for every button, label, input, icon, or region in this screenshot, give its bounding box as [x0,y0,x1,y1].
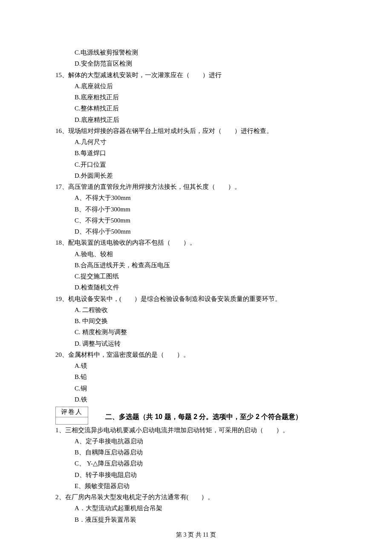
question-18-option-a: A.验电、较相 [75,249,337,260]
multi-question-1-option-a: A、定子串接电抗器启动 [75,436,337,447]
question-17: 17、高压管道的直管段允许用焊接方法接长，但其长度（ ）。 A、不得大于300m… [55,181,337,237]
multi-question-2: 2、在厂房内吊装大型发电机定子的方法通常有( ）。 A．大型流动式起重机组合吊架… [55,491,337,525]
page-container: C.电源线被剪报警检测 D.安全防范盲区检测 15、解体的大型减速机安装时，一次… [0,0,392,555]
multi-question-2-option-b: B．液压提升装置吊装 [75,514,337,525]
question-17-stem: 17、高压管道的直管段允许用焊接方法接长，但其长度（ ）。 [55,181,337,192]
question-18-option-c: C.提交施工图纸 [75,271,337,282]
question-18: 18、配电装置的送电验收的内容不包括（ ）。 A.验电、较相 B.合高压进线开关… [55,237,337,293]
grader-label: 评卷人 [56,407,88,417]
question-20: 20、金属材料中，室温密度最低的是（ ）。 A.镁 B.铅 C.铜 D.铁 [55,349,337,405]
multi-question-1-option-b: B、自耦降压启动器启动 [75,447,337,458]
multi-question-1-option-d: D、转子串接电阻启动 [75,469,337,480]
question-20-option-a: A.镁 [75,360,337,371]
multi-question-1-option-c: C、 Y-△降压启动器启动 [75,458,337,469]
question-16: 16、现场组对焊接的容器在钢平台上组对成封头后，应对（ ）进行检查。 A.几何尺… [55,125,337,181]
question-17-option-d: D、不得小于500mm [75,226,337,237]
question-14-option-c: C.电源线被剪报警检测 [75,47,337,58]
question-20-option-d: D.铁 [75,394,337,405]
question-19-stem: 19、机电设备安装中，( ）是综合检验设备制造和设备安装质量的重要环节。 [55,293,337,304]
question-15-option-c: C.整体精找正后 [75,103,337,114]
multi-question-2-stem: 2、在厂房内吊装大型发电机定子的方法通常有( ）。 [55,491,337,503]
question-16-option-d: D.外圆周长差 [75,170,337,181]
page-footer: 第 3 页 共 11 页 [0,530,392,541]
question-17-option-a: A、不得大于300mm [75,192,337,203]
question-15: 15、解体的大型减速机安装时，一次灌浆应在（ ）进行 A.底座就位后 B.底座粗… [55,69,337,125]
question-17-option-c: C、不得大于500mm [75,215,337,226]
question-18-option-d: D.检查随机文件 [75,282,337,293]
question-16-option-b: B.每道焊口 [75,147,337,159]
question-15-option-d: D.底座精找正后 [75,114,337,125]
multi-question-2-option-a: A．大型流动式起重机组合吊架 [75,503,337,514]
question-19-option-b: B. 中间交换 [75,315,337,327]
section-2-header-row: 评卷人 二、多选题（共 10 题，每题 2 分。选项中，至少 2 个符合题意） [55,407,337,425]
section-2-heading: 二、多选题（共 10 题，每题 2 分。选项中，至少 2 个符合题意） [105,411,302,425]
multi-question-1: 1、三相交流异步电动机要减小启动电流并增加启动转矩，可采用的启动（ ）。 A、定… [55,425,337,492]
question-20-stem: 20、金属材料中，室温密度最低的是（ ）。 [55,349,337,360]
question-17-option-b: B、不得小于300mm [75,204,337,215]
grader-box: 评卷人 [55,407,88,425]
question-15-stem: 15、解体的大型减速机安装时，一次灌浆应在（ ）进行 [55,69,337,81]
question-14-option-d: D.安全防范盲区检测 [75,58,337,69]
question-19-option-d: D. 调整与试运转 [75,338,337,349]
question-20-option-c: C.铜 [75,383,337,394]
question-19-option-c: C. 精度检测与调整 [75,327,337,338]
question-16-option-c: C.开口位置 [75,159,337,170]
question-18-option-b: B.合高压进线开关，检查高压电压 [75,260,337,271]
question-16-option-a: A.几何尺寸 [75,136,337,147]
question-18-stem: 18、配电装置的送电验收的内容不包括（ ）。 [55,237,337,248]
question-15-option-b: B.底座粗找正后 [75,92,337,103]
question-20-option-b: B.铅 [75,371,337,382]
question-14-continued: C.电源线被剪报警检测 D.安全防范盲区检测 [55,47,337,69]
question-19: 19、机电设备安装中，( ）是综合检验设备制造和设备安装质量的重要环节。 A. … [55,293,337,349]
question-16-stem: 16、现场组对焊接的容器在钢平台上组对成封头后，应对（ ）进行检查。 [55,125,337,136]
question-19-option-a: A. 二程验收 [75,304,337,315]
question-15-option-a: A.底座就位后 [75,81,337,92]
multi-question-1-stem: 1、三相交流异步电动机要减小启动电流并增加启动转矩，可采用的启动（ ）。 [55,425,337,436]
multi-question-1-option-e: E、频敏变阻器启动 [75,480,337,491]
grader-blank [56,417,88,424]
